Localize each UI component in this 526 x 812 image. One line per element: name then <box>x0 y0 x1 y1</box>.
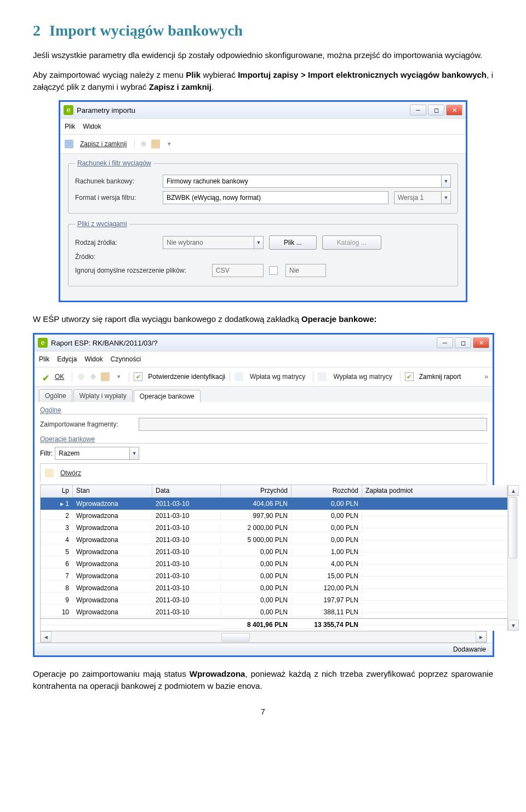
sum-rozchod: 13 355,74 PLN <box>291 621 362 629</box>
overflow-icon[interactable]: » <box>484 373 488 381</box>
maximize-button[interactable]: ◻ <box>428 105 444 116</box>
label-potwierdzenie: Potwierdzenie identyfikacji <box>148 373 225 381</box>
paragraph-3: W EŚP utworzy się raport dla wyciągu ban… <box>33 313 493 325</box>
table-row[interactable]: 2Wprowadzona2011-03-10997,90 PLN0,00 PLN <box>41 510 507 522</box>
close-button[interactable]: ✕ <box>446 105 462 116</box>
input-format[interactable]: BZWBK (eWyciąg, nowy format) <box>163 191 388 204</box>
paragraph-4: Operacje po zaimportowaniu mają status W… <box>33 668 493 692</box>
button-plik[interactable]: Plik ... <box>269 235 317 250</box>
col-lp[interactable]: Lp <box>41 485 73 497</box>
close-button[interactable]: ✕ <box>473 337 489 348</box>
matrix-out-icon <box>318 372 327 381</box>
menu-plik[interactable]: Plik <box>39 355 49 363</box>
menu-widok[interactable]: Widok <box>83 123 101 130</box>
paragraph-2: Aby zaimportować wyciąg należy z menu Pl… <box>33 69 493 93</box>
window-import-params: e Parametry importu ─ ◻ ✕ Plik Widok Zap… <box>59 100 467 302</box>
sum-row: 8 401,96 PLN 13 355,74 PLN <box>41 618 507 631</box>
status-text: Dodawanie <box>453 646 486 653</box>
scroll-thumb[interactable] <box>508 497 517 558</box>
tools-icon[interactable] <box>139 140 148 148</box>
col-przychod[interactable]: Przychód <box>221 485 291 497</box>
label-fragmenty: Zaimportowane fragmenty: <box>40 421 133 428</box>
scroll-down-icon[interactable]: ▼ <box>508 620 519 631</box>
table-row[interactable]: 3Wprowadzona2011-03-102 000,00 PLN0,00 P… <box>41 522 507 534</box>
table-row[interactable]: 6Wprowadzona2011-03-100,00 PLN4,00 PLN <box>41 558 507 570</box>
table-row[interactable]: 10Wprowadzona2011-03-100,00 PLN388,11 PL… <box>41 606 507 618</box>
tab-ogolne[interactable]: Ogólne <box>39 389 72 402</box>
page-number: 7 <box>33 707 493 716</box>
plus-icon[interactable] <box>77 372 85 381</box>
input-rachunek[interactable]: Firmowy rachunek bankowy▼ <box>163 175 451 188</box>
table-row[interactable]: 9Wprowadzona2011-03-100,00 PLN197,97 PLN <box>41 594 507 606</box>
col-podmiot[interactable]: Zapłata podmiot <box>362 485 507 497</box>
scroll-right-icon[interactable]: ► <box>476 631 487 642</box>
matrix-in-icon <box>235 372 243 381</box>
grid-operacje: Lp Stan Data Przychód Rozchód Zapłata po… <box>40 485 487 631</box>
input-fragmenty <box>139 418 487 431</box>
label-filtr: Filtr: <box>40 450 53 457</box>
menu-plik[interactable]: Plik <box>65 123 75 130</box>
label-ignore-ext: Ignoruj domyślne rozszerzenie plików: <box>75 267 207 274</box>
table-row[interactable]: ▸ 1Wprowadzona2011-03-10404,06 PLN0,00 P… <box>41 498 507 510</box>
titlebar: e Parametry importu ─ ◻ ✕ <box>60 102 466 118</box>
scroll-thumb[interactable] <box>221 633 250 642</box>
print-icon[interactable] <box>101 372 110 381</box>
save-and-close-button[interactable]: Zapisz i zamknij <box>77 139 130 149</box>
dropdown-icon[interactable]: ▼ <box>441 192 450 204</box>
fieldset-legend: Pliki z wyciągami <box>75 220 129 228</box>
maximize-button[interactable]: ◻ <box>455 337 471 348</box>
table-row[interactable]: 7Wprowadzona2011-03-100,00 PLN15,00 PLN <box>41 570 507 582</box>
section-operacje-label: Operacje bankowe <box>40 435 487 444</box>
sum-przychod: 8 401,96 PLN <box>221 621 291 629</box>
input-csv: CSV <box>212 264 264 277</box>
table-row[interactable]: 4Wprowadzona2011-03-105 000,00 PLN0,00 P… <box>41 534 507 546</box>
section-ogolne-label: Ogólne <box>40 406 487 414</box>
chk-potwierdzenie[interactable]: ✔ <box>134 372 142 381</box>
button-katalog: Katalog ... <box>322 235 381 250</box>
toolbar-dropdown[interactable]: ▼ <box>113 373 124 381</box>
tabs: Ogólne Wpłaty i wypłaty Operacje bankowe <box>35 387 493 402</box>
check-icon: ✔ <box>42 373 52 381</box>
col-data[interactable]: Data <box>152 485 221 497</box>
chk-zamknij[interactable]: ✔ <box>405 372 414 381</box>
label-format: Format i wersja filtru: <box>75 194 157 201</box>
input-filtr[interactable]: Razem▼ <box>55 447 139 460</box>
tab-wplaty[interactable]: Wpłaty i wypłaty <box>73 389 133 402</box>
vertical-scrollbar[interactable]: ▲ ▼ <box>507 485 518 631</box>
minimize-button[interactable]: ─ <box>437 337 453 348</box>
print-icon[interactable] <box>151 140 160 148</box>
dropdown-icon[interactable]: ▼ <box>254 237 263 249</box>
tab-operacje[interactable]: Operacje bankowe <box>134 390 201 402</box>
tools-icon[interactable] <box>89 372 98 381</box>
col-stan[interactable]: Stan <box>73 485 152 497</box>
label-rachunek: Rachunek bankowy: <box>75 177 157 185</box>
table-row[interactable]: 5Wprowadzona2011-03-100,00 PLN1,00 PLN <box>41 546 507 558</box>
label-zamknij-raport: Zamknij raport <box>419 373 461 381</box>
fieldset-legend: Rachunek i filtr wyciągów <box>75 159 153 167</box>
fieldset-pliki: Pliki z wyciągami Rodzaj źródła: Nie wyb… <box>68 220 458 286</box>
input-wersja[interactable]: Wersja 1▼ <box>394 191 451 204</box>
menu-czynnosci[interactable]: Czynności <box>111 355 141 363</box>
app-icon: e <box>64 105 73 115</box>
section-number: 2 <box>33 22 41 39</box>
scroll-up-icon[interactable]: ▲ <box>508 485 519 496</box>
horizontal-scrollbar[interactable]: ◄ ► <box>40 631 487 643</box>
dropdown-icon[interactable]: ▼ <box>129 447 139 459</box>
scroll-left-icon[interactable]: ◄ <box>41 631 52 642</box>
btn-wplata[interactable]: Wpłata wg matrycy <box>247 372 308 382</box>
menu-widok[interactable]: Widok <box>84 355 102 363</box>
checkbox-nie[interactable] <box>269 266 278 275</box>
minimize-button[interactable]: ─ <box>410 105 426 116</box>
toolbar-dropdown[interactable]: ▼ <box>163 140 175 148</box>
col-rozchod[interactable]: Rozchód <box>291 485 362 497</box>
btn-wyplata[interactable]: Wypłata wg matrycy <box>330 372 395 382</box>
input-rodzaj[interactable]: Nie wybrano▼ <box>163 236 264 249</box>
open-button[interactable]: Otwórz <box>57 468 84 478</box>
fieldset-rachunek: Rachunek i filtr wyciągów Rachunek banko… <box>68 159 458 214</box>
dropdown-icon[interactable]: ▼ <box>441 175 450 187</box>
app-icon: e <box>38 338 48 348</box>
menu-edycja[interactable]: Edycja <box>57 355 77 363</box>
ok-button[interactable]: ✔OK <box>39 372 67 382</box>
table-row[interactable]: 8Wprowadzona2011-03-100,00 PLN120,00 PLN <box>41 582 507 594</box>
paragraph-1: Jeśli wszystkie parametry dla ewidencji … <box>33 49 493 61</box>
